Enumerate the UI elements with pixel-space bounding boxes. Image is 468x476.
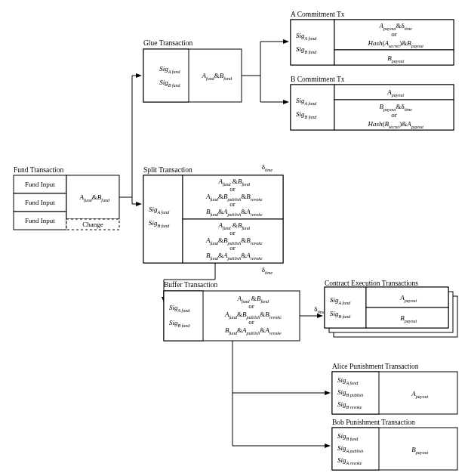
or1: or [229,185,236,193]
or4: or [229,244,236,252]
arrowhead-icon [325,444,331,448]
arrowhead-icon [283,39,289,44]
or6: or [248,318,254,326]
alice-pun-title: Alice Punishment Transaction [332,363,419,370]
cet-title: Contract Execution Transactions [325,280,418,287]
arrowhead-icon [136,202,142,206]
svg-rect-20 [164,291,203,341]
delta-time-2: δtime [253,266,278,275]
arrowhead-icon [283,100,289,104]
svg-rect-8 [291,20,334,65]
svg-rect-25 [366,287,448,308]
svg-rect-26 [366,308,448,328]
change-label: Change [82,221,103,228]
svg-rect-6 [143,49,189,102]
fund-title: Fund Transaction [14,166,63,174]
svg-rect-24 [325,287,366,328]
svg-rect-13 [334,85,454,100]
b-commit-title: B Commitment Tx [291,76,345,83]
split-title: Split Transaction [143,166,192,174]
buffer-title: Buffer Transaction [164,281,218,289]
b-commit-or: or [391,111,397,119]
fund-input-1: Fund Input [25,181,55,188]
a-commit-or: or [391,30,397,38]
a-commit-title: A Commitment Tx [291,11,345,18]
delta-time-1: δtime [253,163,278,172]
glue-title: Glue Transaction [143,39,192,47]
or2: or [229,200,236,208]
arrowhead-icon [136,73,142,78]
or3: or [229,229,236,236]
or5: or [248,302,254,310]
svg-rect-12 [291,85,334,130]
bob-pun-title: Bob Punishment Transaction [332,419,415,426]
fund-input-2: Fund Input [25,199,55,206]
fund-input-3: Fund Input [25,217,55,224]
arrowhead-icon [325,391,331,395]
